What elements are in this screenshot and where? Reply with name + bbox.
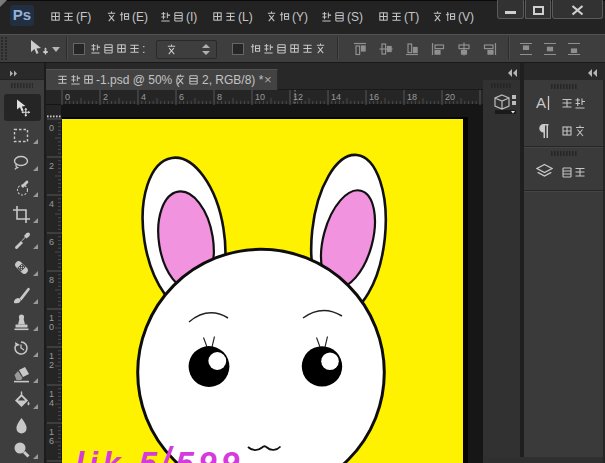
svg-text:16: 16 [369,92,379,102]
svg-text:18: 18 [407,92,417,102]
svg-text:2: 2 [49,360,54,370]
svg-text:6: 6 [49,436,54,446]
svg-text:4: 4 [49,199,54,209]
svg-text:0: 0 [65,92,70,102]
svg-text:A: A [536,95,546,111]
svg-text:4: 4 [141,92,146,102]
svg-text:8: 8 [49,275,54,285]
svg-text:0: 0 [49,322,54,332]
svg-text:6: 6 [179,92,184,102]
svg-text:20: 20 [445,92,455,102]
svg-text:4: 4 [49,398,54,408]
svg-text:2: 2 [49,161,54,171]
svg-text:14: 14 [331,92,341,102]
svg-text:6: 6 [49,237,54,247]
svg-text:10: 10 [255,92,265,102]
svg-text:8: 8 [217,92,222,102]
svg-text:0: 0 [49,123,54,133]
svg-text:2: 2 [103,92,108,102]
